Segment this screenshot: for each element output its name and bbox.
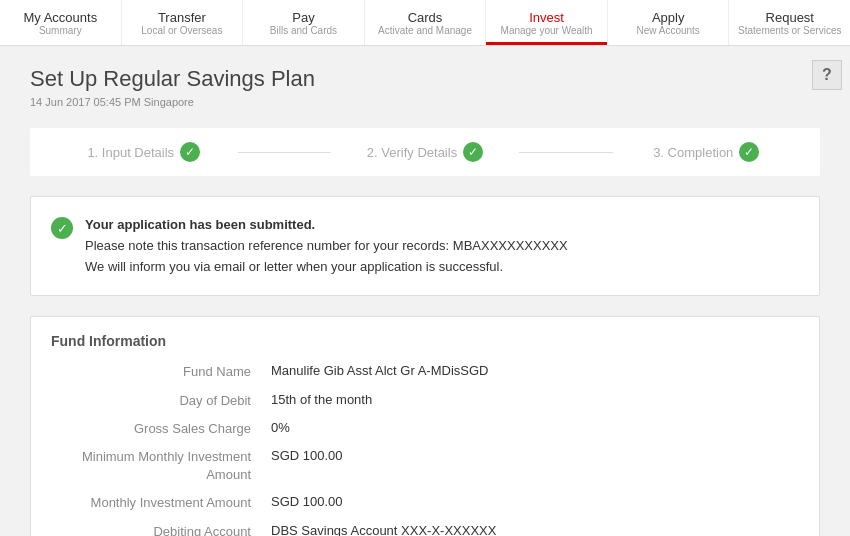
- fund-row-label: Day of Debit: [51, 392, 271, 410]
- nav-transfer[interactable]: Transfer Local or Overseas: [122, 0, 244, 45]
- fund-row-label: Monthly Investment Amount: [51, 494, 271, 512]
- fund-row-value: 0%: [271, 420, 799, 438]
- nav-pay[interactable]: Pay Bills and Cards: [243, 0, 365, 45]
- step-2: 2. Verify Details ✓: [331, 142, 519, 162]
- nav-request-label: Request: [766, 10, 814, 25]
- fund-row: Day of Debit 15th of the month: [51, 392, 799, 410]
- step-1-label: 1. Input Details: [87, 145, 174, 160]
- step-2-check: ✓: [463, 142, 483, 162]
- nav-pay-label: Pay: [292, 10, 314, 25]
- top-navigation: My Accounts Summary Transfer Local or Ov…: [0, 0, 850, 46]
- fund-rows: Fund Name Manulife Gib Asst Alct Gr A-MD…: [51, 363, 799, 536]
- page-date: 14 Jun 2017 05:45 PM Singapore: [30, 96, 820, 108]
- fund-information-section: Fund Information Fund Name Manulife Gib …: [30, 316, 820, 536]
- fund-row-label: Fund Name: [51, 363, 271, 381]
- success-icon: ✓: [51, 217, 73, 239]
- fund-row-label: Gross Sales Charge: [51, 420, 271, 438]
- nav-cards[interactable]: Cards Activate and Manage: [365, 0, 487, 45]
- steps-progress: 1. Input Details ✓ 2. Verify Details ✓ 3…: [30, 128, 820, 176]
- step-1-check: ✓: [180, 142, 200, 162]
- fund-section-title: Fund Information: [51, 333, 799, 349]
- fund-row-value: 15th of the month: [271, 392, 799, 410]
- fund-row-value: SGD 100.00: [271, 494, 799, 512]
- nav-request[interactable]: Request Statements or Services: [729, 0, 850, 45]
- nav-request-sub: Statements or Services: [738, 25, 841, 36]
- fund-row: Gross Sales Charge 0%: [51, 420, 799, 438]
- fund-row: Minimum Monthly Investment Amount SGD 10…: [51, 448, 799, 484]
- fund-row-value: Manulife Gib Asst Alct Gr A-MDisSGD: [271, 363, 799, 381]
- help-button[interactable]: ?: [812, 60, 842, 90]
- step-3-check: ✓: [739, 142, 759, 162]
- success-notification: ✓ Your application has been submitted. P…: [30, 196, 820, 296]
- nav-apply[interactable]: Apply New Accounts: [608, 0, 730, 45]
- step-2-label: 2. Verify Details: [367, 145, 457, 160]
- nav-transfer-label: Transfer: [158, 10, 206, 25]
- nav-pay-sub: Bills and Cards: [270, 25, 337, 36]
- step-3: 3. Completion ✓: [613, 142, 801, 162]
- success-line1: Your application has been submitted.: [85, 217, 315, 232]
- step-3-label: 3. Completion: [653, 145, 733, 160]
- fund-row-value: SGD 100.00: [271, 448, 799, 484]
- nav-cards-label: Cards: [408, 10, 443, 25]
- page-content: Set Up Regular Savings Plan 14 Jun 2017 …: [0, 46, 850, 536]
- nav-my-accounts-label: My Accounts: [23, 10, 97, 25]
- fund-row: Debiting Account DBS Savings Account XXX…: [51, 523, 799, 536]
- nav-transfer-sub: Local or Overseas: [141, 25, 222, 36]
- step-divider-2: [519, 152, 613, 153]
- nav-my-accounts-sub: Summary: [39, 25, 82, 36]
- nav-invest-label: Invest: [529, 10, 564, 25]
- success-line2: Please note this transaction reference n…: [85, 236, 568, 257]
- fund-row-label: Minimum Monthly Investment Amount: [51, 448, 271, 484]
- step-divider-1: [238, 152, 332, 153]
- nav-invest-sub: Manage your Wealth: [501, 25, 593, 36]
- page-title: Set Up Regular Savings Plan: [30, 66, 820, 92]
- nav-apply-sub: New Accounts: [636, 25, 699, 36]
- step-1: 1. Input Details ✓: [50, 142, 238, 162]
- nav-apply-label: Apply: [652, 10, 685, 25]
- fund-row-label: Debiting Account: [51, 523, 271, 536]
- fund-row-value: DBS Savings Account XXX-X-XXXXXX: [271, 523, 799, 536]
- success-text: Your application has been submitted. Ple…: [85, 215, 568, 277]
- success-line3: We will inform you via email or letter w…: [85, 257, 568, 278]
- nav-my-accounts[interactable]: My Accounts Summary: [0, 0, 122, 45]
- fund-row: Fund Name Manulife Gib Asst Alct Gr A-MD…: [51, 363, 799, 381]
- nav-cards-sub: Activate and Manage: [378, 25, 472, 36]
- nav-invest[interactable]: Invest Manage your Wealth: [486, 0, 608, 45]
- fund-row: Monthly Investment Amount SGD 100.00: [51, 494, 799, 512]
